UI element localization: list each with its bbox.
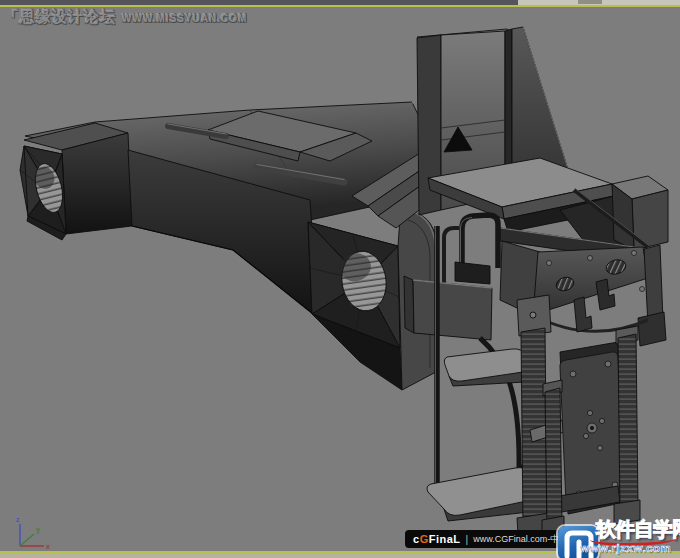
cgfinal-logo-c: c bbox=[413, 533, 420, 545]
cgfinal-logo: cGFinaL bbox=[413, 533, 461, 545]
model-front-block-bore[interactable] bbox=[308, 222, 402, 390]
cgfinal-separator: | bbox=[466, 534, 469, 545]
viewport-3d[interactable]: 「思缘设计论坛WWW.MISSYUAN.COM z x y cGFinaL | … bbox=[0, 0, 680, 558]
cgfinal-url: www.CGFinal.com-中 bbox=[473, 533, 559, 546]
cgfinal-logo-g: G bbox=[420, 533, 429, 545]
model-ladder-step-1[interactable] bbox=[444, 349, 529, 386]
watermark-missyuan-bracket: 「 bbox=[4, 8, 20, 25]
watermark-rjzxw: 软件自学网 www.rjzxw.com bbox=[556, 513, 680, 558]
axis-y-label: y bbox=[36, 526, 40, 534]
cgfinal-logo-rest: FinaL bbox=[429, 533, 461, 545]
axis-x-label: x bbox=[46, 543, 50, 550]
world-axis-gizmo: z x y bbox=[8, 514, 56, 554]
model-left-barrel[interactable] bbox=[20, 123, 132, 240]
watermark-missyuan: 「思缘设计论坛WWW.MISSYUAN.COM bbox=[4, 8, 247, 27]
3d-model-mechanical-assembly[interactable] bbox=[0, 0, 680, 558]
watermark-missyuan-title: 思缘设计论坛 bbox=[20, 8, 116, 25]
rjzxw-url: www.rjzxw.com bbox=[580, 542, 671, 554]
watermark-missyuan-url: WWW.MISSYUAN.COM bbox=[122, 13, 247, 24]
axis-z-label: z bbox=[16, 516, 20, 523]
